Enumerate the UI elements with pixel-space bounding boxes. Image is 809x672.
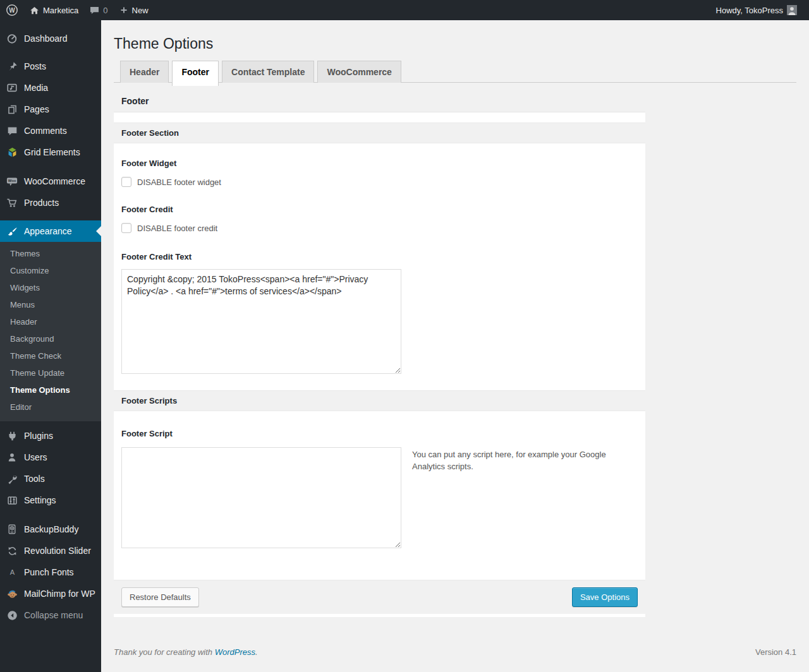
svg-text:W: W xyxy=(9,7,15,14)
wordpress-logo-icon[interactable]: W xyxy=(0,0,24,20)
sidebar-item-appearance[interactable]: Appearance xyxy=(0,220,101,242)
wrench-icon xyxy=(5,474,19,484)
sidebar-label: Collapse menu xyxy=(24,610,83,620)
disable-footer-credit-checkbox[interactable] xyxy=(121,223,131,233)
panel-gap xyxy=(114,112,645,123)
svg-text:Woo: Woo xyxy=(8,179,16,183)
collapse-menu-button[interactable]: Collapse menu xyxy=(0,604,101,626)
new-content-link[interactable]: New xyxy=(114,0,154,20)
posts-pin-icon xyxy=(5,61,19,72)
sidebar-item-punch-fonts[interactable]: A Punch Fonts xyxy=(0,561,101,583)
page-title: Theme Options xyxy=(114,34,796,53)
sidebar-subitem-header[interactable]: Header xyxy=(0,313,101,330)
site-name-label: Marketica xyxy=(43,6,78,15)
sidebar-subitem-widgets[interactable]: Widgets xyxy=(0,279,101,296)
tab-contact-template[interactable]: Contact Template xyxy=(222,61,314,83)
sidebar-label: Appearance xyxy=(24,226,72,236)
sidebar-label: WooCommerce xyxy=(24,176,85,186)
woocommerce-icon: Woo xyxy=(5,176,19,187)
footer-credit-text-textarea[interactable]: Copyright &copy; 2015 TokoPress<span><a … xyxy=(121,269,401,374)
tab-header[interactable]: Header xyxy=(120,61,169,83)
main-content: Theme Options Header Footer Contact Temp… xyxy=(101,0,809,657)
section-header-footer-scripts: Footer Scripts xyxy=(114,390,645,411)
sidebar-item-tools[interactable]: Tools xyxy=(0,468,101,489)
restore-defaults-button[interactable]: Restore Defaults xyxy=(121,587,199,607)
admin-footer: Thank you for creating with WordPress. V… xyxy=(114,647,796,657)
sidebar-label: BackupBuddy xyxy=(24,524,78,534)
footer-script-textarea[interactable] xyxy=(121,447,401,548)
footer-credit-checkbox-row: DISABLE footer credit xyxy=(121,223,638,233)
footer-script-row: You can put any script here, for example… xyxy=(121,447,638,548)
tab-footer[interactable]: Footer xyxy=(172,61,219,86)
howdy-account-link[interactable]: Howdy, TokoPress xyxy=(710,5,803,15)
tab-woocommerce[interactable]: WooCommerce xyxy=(317,61,401,83)
site-name-link[interactable]: Marketica xyxy=(24,0,84,20)
sidebar-item-media[interactable]: Media xyxy=(0,77,101,99)
footer-script-help-text: You can put any script here, for example… xyxy=(412,447,608,473)
sidebar-label: MailChimp for WP xyxy=(24,589,95,599)
appearance-submenu: Themes Customize Widgets Menus Header Ba… xyxy=(0,242,101,421)
sidebar-label: Settings xyxy=(24,495,56,505)
sidebar-subitem-theme-update[interactable]: Theme Update xyxy=(0,364,101,381)
sidebar-item-settings[interactable]: Settings xyxy=(0,489,101,511)
sidebar-subitem-background[interactable]: Background xyxy=(0,330,101,347)
sidebar-subitem-theme-options[interactable]: Theme Options xyxy=(0,381,101,399)
mailchimp-monkey-icon xyxy=(5,589,19,599)
sidebar-subitem-theme-check[interactable]: Theme Check xyxy=(0,347,101,364)
cart-icon xyxy=(5,197,19,208)
plus-icon xyxy=(119,6,128,15)
sidebar-subitem-menus[interactable]: Menus xyxy=(0,296,101,313)
save-options-button[interactable]: Save Options xyxy=(572,587,638,607)
sidebar-label: Revolution Slider xyxy=(24,546,91,556)
comments-admin-bar-link[interactable]: 0 xyxy=(84,0,113,20)
letter-a-icon: A xyxy=(5,567,19,578)
wordpress-footer-link[interactable]: WordPress xyxy=(215,647,255,657)
howdy-label: Howdy, TokoPress xyxy=(716,6,783,15)
settings-sliders-icon xyxy=(5,495,19,506)
wordpress-logo-icon: W xyxy=(6,4,18,16)
sidebar-item-mailchimp[interactable]: MailChimp for WP xyxy=(0,583,101,604)
disable-footer-widget-label[interactable]: DISABLE footer widget xyxy=(137,177,221,187)
footer-scripts-body: Footer Script You can put any script her… xyxy=(114,429,645,548)
sidebar-label: Punch Fonts xyxy=(24,567,74,577)
new-label: New xyxy=(132,6,149,15)
sidebar-item-products[interactable]: Products xyxy=(0,192,101,213)
sidebar-label: Tools xyxy=(24,474,45,484)
sidebar-subitem-editor[interactable]: Editor xyxy=(0,399,101,416)
panel-header-footer: Footer xyxy=(114,90,645,112)
sidebar-item-plugins[interactable]: Plugins xyxy=(0,425,101,447)
plug-icon xyxy=(5,431,19,441)
media-icon xyxy=(5,82,19,93)
sidebar-item-pages[interactable]: Pages xyxy=(0,99,101,120)
footer-version-text: Version 4.1 xyxy=(755,647,796,657)
avatar xyxy=(787,5,797,15)
panel-action-bar: Restore Defaults Save Options xyxy=(114,580,645,614)
sidebar-label: Products xyxy=(24,198,59,208)
sidebar-item-revolution-slider[interactable]: Revolution Slider xyxy=(0,540,101,561)
comment-bubble-icon xyxy=(90,6,99,15)
sidebar-label: Users xyxy=(24,452,47,462)
sidebar-item-users[interactable]: Users xyxy=(0,447,101,468)
rotate-arrows-icon xyxy=(5,546,19,556)
sidebar-item-grid-elements[interactable]: Grid Elements xyxy=(0,141,101,163)
sidebar-subitem-themes[interactable]: Themes xyxy=(0,245,101,262)
sidebar-item-dashboard[interactable]: Dashboard xyxy=(0,28,101,49)
sidebar-item-comments[interactable]: Comments xyxy=(0,120,101,141)
sidebar-item-posts[interactable]: Posts xyxy=(0,56,101,77)
footer-script-label: Footer Script xyxy=(121,429,638,438)
admin-bar-right: Howdy, TokoPress xyxy=(710,5,809,15)
footer-widget-checkbox-row: DISABLE footer widget xyxy=(121,177,638,187)
sidebar-label: Dashboard xyxy=(24,33,68,44)
sidebar-item-woocommerce[interactable]: Woo WooCommerce xyxy=(0,171,101,192)
disable-footer-credit-label[interactable]: DISABLE footer credit xyxy=(137,224,217,233)
sidebar-label: Comments xyxy=(24,126,67,136)
user-icon xyxy=(5,452,19,462)
sidebar-subitem-customize[interactable]: Customize xyxy=(0,262,101,279)
disable-footer-widget-checkbox[interactable] xyxy=(121,177,131,187)
footer-thanks-text: Thank you for creating with WordPress. xyxy=(114,647,258,657)
footer-thanks-period: . xyxy=(255,647,258,657)
collapse-arrow-icon xyxy=(5,610,19,621)
pages-icon xyxy=(5,104,19,115)
sidebar-item-backupbuddy[interactable]: BackupBuddy xyxy=(0,519,101,540)
sidebar-label: Grid Elements xyxy=(24,147,80,157)
